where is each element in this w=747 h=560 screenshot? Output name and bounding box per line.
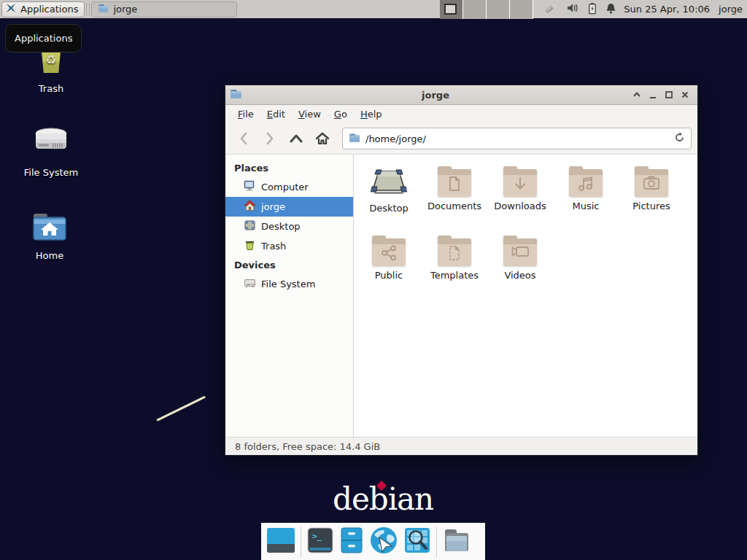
notifications-bell-icon[interactable] — [605, 2, 616, 17]
folder-downloads-icon — [503, 166, 537, 197]
workspace-3[interactable] — [487, 0, 510, 19]
file-label: Documents — [427, 201, 481, 211]
reload-icon[interactable] — [674, 132, 685, 145]
workspace-4[interactable] — [510, 0, 533, 19]
file-label: Videos — [504, 270, 535, 281]
web-browser-launcher[interactable] — [369, 526, 398, 557]
folder-documents-icon — [438, 166, 471, 197]
desktop-folder-icon — [370, 168, 408, 199]
system-tray — [543, 1, 616, 17]
app-finder-launcher[interactable] — [403, 526, 431, 556]
workspace-1[interactable] — [440, 0, 463, 19]
file-manager-launcher[interactable] — [339, 526, 364, 556]
sidebar: Places Computer — [225, 155, 354, 437]
location-input[interactable]: /home/jorge/ — [365, 133, 669, 144]
sidebar-item-computer[interactable]: Computer — [225, 177, 353, 197]
battery-icon[interactable] — [587, 2, 597, 17]
statusbar-text: 8 folders, Free space: 14.4 GiB — [235, 441, 380, 452]
up-button[interactable] — [284, 128, 309, 149]
file-item-music[interactable]: Music — [553, 164, 619, 233]
desktop-icon-home[interactable]: Home — [15, 210, 85, 261]
minimize-button[interactable] — [645, 87, 661, 103]
menu-view[interactable]: View — [292, 109, 328, 120]
taskbar-window-button[interactable]: jorge — [91, 1, 237, 18]
terminal-icon: >_ — [306, 526, 334, 556]
sidebar-item-label: Desktop — [261, 221, 301, 232]
close-button[interactable] — [677, 87, 693, 103]
taskbar-folder-icon — [98, 4, 109, 15]
sidebar-places-header: Places — [225, 159, 353, 177]
workspace-window-thumb — [444, 4, 457, 15]
home-button[interactable] — [310, 128, 335, 149]
debian-wordmark: debian — [333, 481, 433, 517]
menu-help[interactable]: Help — [354, 109, 389, 120]
applications-menu-button[interactable]: Applications — [1, 1, 85, 18]
removable-media-icon[interactable] — [543, 1, 558, 17]
sidebar-item-file-system[interactable]: File System — [225, 274, 353, 294]
back-button[interactable] — [231, 128, 256, 149]
toolbar: /home/jorge/ — [225, 123, 697, 155]
terminal-launcher[interactable]: >_ — [306, 526, 334, 556]
desktop-icon-label: Trash — [39, 83, 63, 94]
file-label: Public — [375, 270, 403, 281]
drive-mini-icon — [244, 277, 256, 291]
maximize-button[interactable] — [661, 87, 677, 103]
window-title: jorge — [242, 90, 629, 101]
window-titlebar[interactable]: jorge — [225, 85, 697, 105]
file-item-downloads[interactable]: Downloads — [487, 164, 553, 233]
menu-go[interactable]: Go — [328, 109, 354, 120]
dock-separator — [301, 526, 301, 557]
panel-clock[interactable]: Sun 25 Apr, 10:06 — [624, 4, 710, 15]
file-label: Desktop — [369, 203, 409, 214]
menu-file[interactable]: File — [231, 109, 260, 120]
svg-text:>_: >_ — [312, 532, 322, 541]
directory-menu-launcher[interactable] — [442, 527, 471, 556]
desktop-root: Applications jorge — [0, 0, 747, 560]
home-icon — [244, 200, 256, 214]
file-cabinet-icon — [339, 526, 364, 556]
home-folder-icon — [31, 210, 69, 246]
sidebar-devices-header: Devices — [225, 256, 353, 274]
file-item-documents[interactable]: Documents — [422, 164, 487, 233]
show-desktop-icon — [266, 526, 295, 556]
file-manager-window: jorge File Edit View Go Help — [225, 85, 698, 456]
file-item-templates[interactable]: Templates — [422, 233, 487, 303]
workspace-switcher[interactable] — [440, 0, 533, 19]
applications-menu-label: Applications — [20, 4, 78, 15]
window-body: Places Computer — [225, 155, 697, 437]
dock-panel: >_ — [261, 523, 485, 560]
file-item-videos[interactable]: Videos — [487, 233, 553, 303]
file-item-desktop[interactable]: Desktop — [356, 164, 422, 233]
sidebar-item-trash[interactable]: Trash — [225, 236, 353, 256]
taskbar-window-title: jorge — [113, 4, 137, 15]
debian-wallpaper-logo: debian — [333, 481, 433, 517]
shade-button[interactable] — [629, 87, 645, 103]
desktop-icon-file-system[interactable]: File System — [16, 122, 86, 178]
applications-tooltip: Applications — [5, 24, 82, 52]
sidebar-item-desktop[interactable]: Desktop — [225, 217, 353, 236]
folder-templates-icon — [438, 236, 471, 266]
location-bar[interactable]: /home/jorge/ — [342, 128, 692, 149]
folder-pictures-icon — [635, 166, 668, 197]
sidebar-item-jorge[interactable]: jorge — [225, 197, 353, 217]
show-desktop-button[interactable] — [266, 526, 295, 556]
file-label: Pictures — [632, 201, 670, 211]
sidebar-item-label: jorge — [261, 201, 285, 212]
panel-handle — [86, 4, 90, 15]
top-panel: Applications jorge — [0, 0, 747, 19]
desktop-icon-label: Home — [36, 250, 63, 261]
sidebar-item-label: Trash — [261, 241, 286, 252]
menu-edit[interactable]: Edit — [260, 109, 292, 120]
volume-icon[interactable] — [566, 2, 579, 16]
file-pane[interactable]: Desktop Documents — [354, 155, 697, 437]
computer-icon — [244, 180, 256, 194]
file-item-public[interactable]: Public — [356, 233, 422, 303]
folder-public-icon — [372, 236, 406, 266]
desktop-icon-label: File System — [24, 167, 78, 178]
forward-button[interactable] — [258, 128, 282, 149]
dock-separator — [436, 526, 437, 557]
file-item-pictures[interactable]: Pictures — [619, 164, 684, 233]
workspace-2[interactable] — [463, 0, 487, 19]
svg-text:♻: ♻ — [45, 52, 56, 67]
panel-username[interactable]: jorge — [719, 4, 743, 15]
